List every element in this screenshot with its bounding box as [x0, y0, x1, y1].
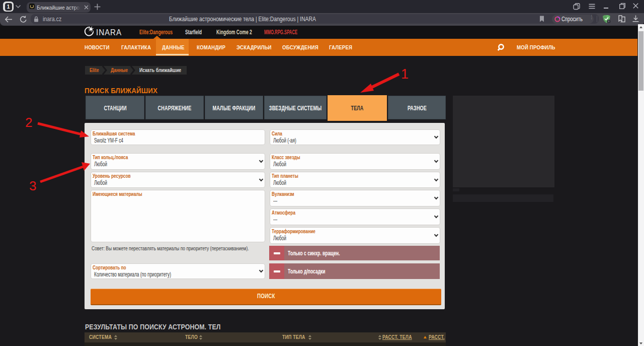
svg-text:3: 3 [29, 178, 36, 193]
svg-text:1: 1 [401, 66, 409, 82]
svg-text:2: 2 [25, 115, 32, 130]
